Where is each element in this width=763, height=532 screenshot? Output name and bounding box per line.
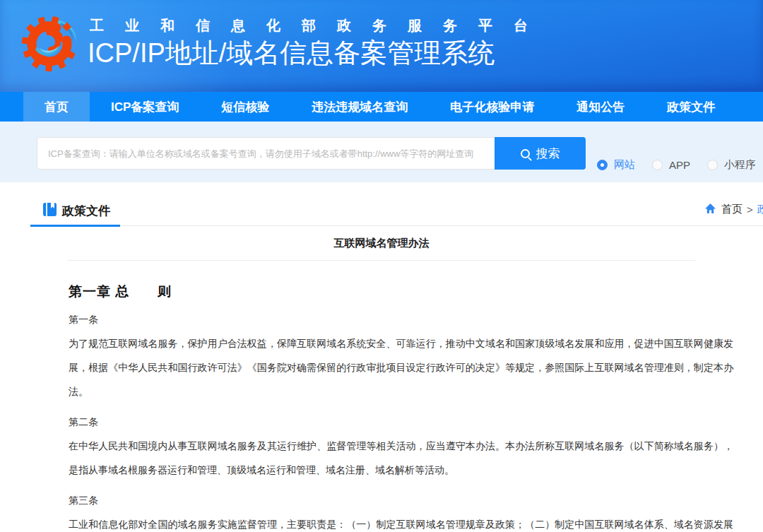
chapter-heading: 第一章 总 则	[69, 283, 733, 301]
miit-logo-icon	[18, 6, 81, 83]
search-input[interactable]	[37, 137, 495, 170]
radio-option-miniprogram[interactable]: 小程序	[707, 158, 756, 172]
radio-label-app: APP	[669, 159, 690, 171]
article-title-divider	[67, 260, 696, 261]
nav-item-policy-files[interactable]: 政策文件	[646, 92, 736, 122]
site-title: ICP/IP地址/域名信息备案管理系统	[88, 35, 495, 71]
article-item-text: 工业和信息化部对全国的域名服务实施监督管理，主要职责是：（一）制定互联网域名管理…	[69, 512, 733, 532]
radio-option-website[interactable]: 网站	[597, 158, 635, 172]
article-item-text: 在中华人民共和国境内从事互联网域名服务及其运行维护、监督管理等相关活动，应当遵守…	[69, 434, 733, 482]
magnifier-icon	[521, 149, 530, 158]
nav-item-home[interactable]: 首页	[23, 92, 90, 122]
nav-item-illegal-domain-query[interactable]: 违法违规域名查询	[290, 92, 429, 122]
radio-option-app[interactable]: APP	[652, 159, 690, 171]
article-item-text: 为了规范互联网域名服务，保护用户合法权益，保障互联网域名系统安全、可靠运行，推动…	[69, 331, 733, 403]
header-banner: 工业和信息化部政务服务平台 ICP/IP地址/域名信息备案管理系统	[0, 0, 763, 92]
nav-item-notices[interactable]: 通知公告	[555, 92, 646, 122]
breadcrumb-current: 政策文件	[757, 203, 763, 216]
article-item-3: 第三条 工业和信息化部对全国的域名服务实施监督管理，主要职责是：（一）制定互联网…	[69, 492, 733, 532]
content-area: 政策文件 首页 > 政策文件 互联网域名管理办法 第一章 总 则 第一条 为了规…	[0, 182, 763, 532]
article-item-label: 第二条	[69, 413, 733, 430]
radio-label-website: 网站	[614, 158, 635, 172]
breadcrumb: 首页 > 政策文件	[704, 203, 763, 216]
breadcrumb-home[interactable]: 首页	[721, 203, 743, 216]
agency-title: 工业和信息化部政务服务平台	[90, 16, 549, 35]
section-divider	[30, 225, 763, 226]
nav-item-sms-verify[interactable]: 短信核验	[200, 92, 290, 122]
radio-label-miniprogram: 小程序	[724, 158, 756, 172]
article-item-label: 第一条	[69, 311, 733, 328]
search-button[interactable]: 搜索	[495, 137, 586, 170]
search-type-radio-group: 网站 APP 小程序 快应用	[597, 158, 763, 172]
radio-dot-miniprogram	[707, 160, 718, 170]
search-section: 搜索 网站 APP 小程序 快应用	[0, 122, 763, 182]
article-title: 互联网域名管理办法	[0, 237, 763, 250]
section-title: 政策文件	[62, 203, 110, 219]
article-item-label: 第三条	[69, 492, 733, 509]
radio-dot-website	[597, 160, 608, 170]
article-item-1: 第一条 为了规范互联网域名服务，保护用户合法权益，保障互联网域名系统安全、可靠运…	[69, 311, 733, 403]
radio-dot-app	[652, 160, 663, 170]
breadcrumb-separator: >	[747, 203, 753, 215]
article-body: 第一章 总 则 第一条 为了规范互联网域名服务，保护用户合法权益，保障互联网域名…	[0, 283, 763, 532]
home-icon	[704, 203, 716, 216]
search-button-label: 搜索	[536, 146, 560, 162]
nav-item-e-verify-apply[interactable]: 电子化核验申请	[429, 92, 555, 122]
main-navbar: 首页 ICP备案查询 短信核验 违法违规域名查询 电子化核验申请 通知公告 政策…	[0, 92, 763, 122]
nav-item-icp-query[interactable]: ICP备案查询	[90, 92, 200, 122]
book-icon	[42, 202, 57, 220]
article-item-2: 第二条 在中华人民共和国境内从事互联网域名服务及其运行维护、监督管理等相关活动，…	[69, 413, 733, 482]
section-header: 政策文件 首页 > 政策文件	[0, 202, 763, 218]
